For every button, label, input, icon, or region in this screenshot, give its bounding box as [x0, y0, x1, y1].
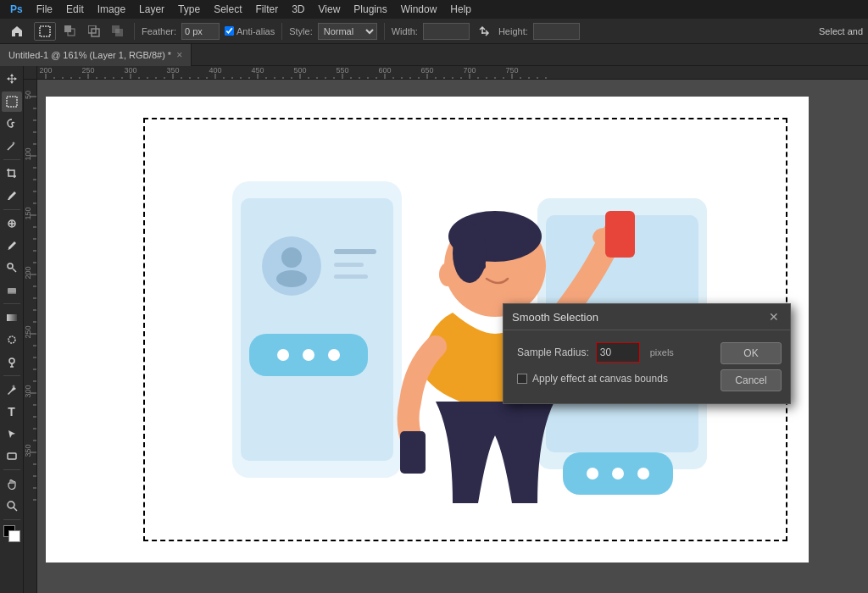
- svg-point-12: [8, 263, 13, 269]
- tool-magic-wand[interactable]: [2, 136, 22, 156]
- tool-sep-4: [3, 375, 20, 376]
- subtract-selection-icon[interactable]: [85, 22, 103, 41]
- swap-dimensions-icon[interactable]: [475, 22, 493, 41]
- smooth-selection-dialog[interactable]: Smooth Selection ✕ Sample Radius: pixels: [503, 303, 791, 404]
- tool-pen[interactable]: [2, 380, 22, 400]
- width-input[interactable]: [423, 23, 470, 40]
- tool-sep-1: [3, 159, 20, 160]
- tool-brush[interactable]: [2, 236, 22, 256]
- tool-move[interactable]: [2, 69, 22, 90]
- sample-radius-input[interactable]: [597, 343, 639, 362]
- add-selection-icon[interactable]: [61, 22, 80, 41]
- svg-rect-32: [334, 274, 368, 279]
- feather-label: Feather:: [142, 26, 176, 36]
- dialog-title: Smooth Selection: [512, 311, 598, 324]
- tool-clone-stamp[interactable]: [2, 258, 22, 278]
- style-label: Style:: [289, 26, 313, 36]
- svg-rect-48: [605, 211, 635, 258]
- apply-effect-checkbox[interactable]: [517, 374, 527, 384]
- svg-rect-0: [40, 26, 50, 36]
- menu-type[interactable]: Type: [171, 2, 207, 17]
- canvas-area: Smooth Selection ✕ Sample Radius: pixels: [24, 66, 868, 593]
- feather-input[interactable]: [181, 23, 220, 40]
- tab-bar: Untitled-1 @ 161% (Layer 1, RGB/8#) * ×: [0, 44, 868, 66]
- tool-type[interactable]: T: [2, 402, 22, 422]
- svg-rect-26: [241, 198, 393, 461]
- svg-point-47: [439, 263, 456, 286]
- select-and-text: Select and: [819, 26, 863, 36]
- menu-filter[interactable]: Filter: [248, 2, 285, 17]
- svg-point-29: [276, 270, 307, 287]
- svg-point-42: [637, 468, 649, 479]
- rect-marquee-tool[interactable]: [34, 22, 56, 41]
- tool-eyedropper[interactable]: [2, 186, 22, 206]
- menu-ps[interactable]: Ps: [3, 2, 30, 17]
- svg-line-8: [8, 144, 14, 150]
- svg-rect-30: [334, 249, 376, 254]
- tab-title: Untitled-1 @ 161% (Layer 1, RGB/8#) *: [8, 50, 171, 60]
- svg-point-41: [612, 468, 624, 479]
- height-input[interactable]: [533, 23, 580, 40]
- sample-radius-input-wrap: [596, 342, 640, 363]
- home-icon[interactable]: [5, 19, 29, 43]
- menu-window[interactable]: Window: [394, 2, 444, 17]
- menu-view[interactable]: View: [312, 2, 348, 17]
- svg-point-46: [479, 263, 486, 269]
- svg-point-22: [8, 502, 14, 508]
- anti-alias-label: Anti-alias: [225, 26, 275, 36]
- dialog-titlebar: Smooth Selection ✕: [504, 304, 790, 330]
- svg-point-45: [453, 224, 487, 283]
- menu-bar: Ps File Edit Image Layer Type Select Fil…: [0, 0, 868, 19]
- dialog-close-button[interactable]: ✕: [766, 309, 782, 324]
- menu-plugins[interactable]: Plugins: [347, 2, 393, 17]
- tool-lasso[interactable]: [2, 114, 22, 134]
- tool-shape[interactable]: [2, 446, 22, 466]
- tool-zoom[interactable]: [2, 496, 22, 516]
- menu-3d[interactable]: 3D: [285, 2, 311, 17]
- svg-rect-31: [334, 263, 364, 267]
- tools-panel: T: [0, 66, 24, 593]
- tool-hand[interactable]: [2, 474, 22, 494]
- tool-marquee[interactable]: [2, 91, 22, 112]
- dialog-content: Sample Radius: pixels Apply effect at ca…: [504, 330, 790, 403]
- svg-rect-13: [8, 288, 16, 293]
- style-select[interactable]: Normal: [318, 23, 377, 40]
- svg-point-34: [277, 349, 289, 361]
- anti-alias-checkbox[interactable]: [225, 26, 234, 36]
- menu-edit[interactable]: Edit: [59, 2, 91, 17]
- fg-bg-colors[interactable]: [2, 524, 22, 544]
- tool-healing[interactable]: [2, 213, 22, 234]
- top-ruler: [37, 66, 868, 80]
- width-label: Width:: [392, 26, 418, 36]
- height-label: Height:: [498, 26, 528, 36]
- svg-line-23: [14, 507, 17, 511]
- tool-path-selection[interactable]: [2, 424, 22, 444]
- tool-blur[interactable]: [2, 330, 22, 350]
- options-bar: Feather: Anti-alias Style: Normal Width:…: [0, 19, 868, 44]
- tool-eraser[interactable]: [2, 280, 22, 300]
- ok-button[interactable]: OK: [721, 342, 782, 364]
- tool-sep-2: [3, 209, 20, 210]
- svg-rect-15: [7, 314, 17, 321]
- dialog-left-section: Sample Radius: pixels Apply effect at ca…: [504, 330, 721, 403]
- menu-select[interactable]: Select: [207, 2, 248, 17]
- tab-close-button[interactable]: ×: [176, 49, 182, 61]
- menu-help[interactable]: Help: [443, 2, 478, 17]
- tool-dodge[interactable]: [2, 352, 22, 372]
- svg-point-17: [9, 358, 14, 363]
- tool-crop[interactable]: [2, 163, 22, 184]
- sample-radius-unit: pixels: [647, 347, 677, 357]
- document-tab[interactable]: Untitled-1 @ 161% (Layer 1, RGB/8#) * ×: [0, 44, 192, 66]
- cancel-button[interactable]: Cancel: [721, 369, 782, 391]
- svg-rect-49: [400, 431, 426, 474]
- tool-gradient[interactable]: [2, 308, 22, 328]
- menu-image[interactable]: Image: [91, 2, 132, 17]
- intersect-selection-icon[interactable]: [108, 22, 127, 41]
- separator-3: [384, 23, 385, 40]
- main-area: T: [0, 66, 868, 593]
- menu-file[interactable]: File: [30, 2, 59, 17]
- apply-effect-row: Apply effect at canvas bounds: [517, 373, 707, 385]
- menu-layer[interactable]: Layer: [132, 2, 171, 17]
- svg-point-16: [8, 336, 15, 343]
- svg-point-20: [12, 385, 14, 388]
